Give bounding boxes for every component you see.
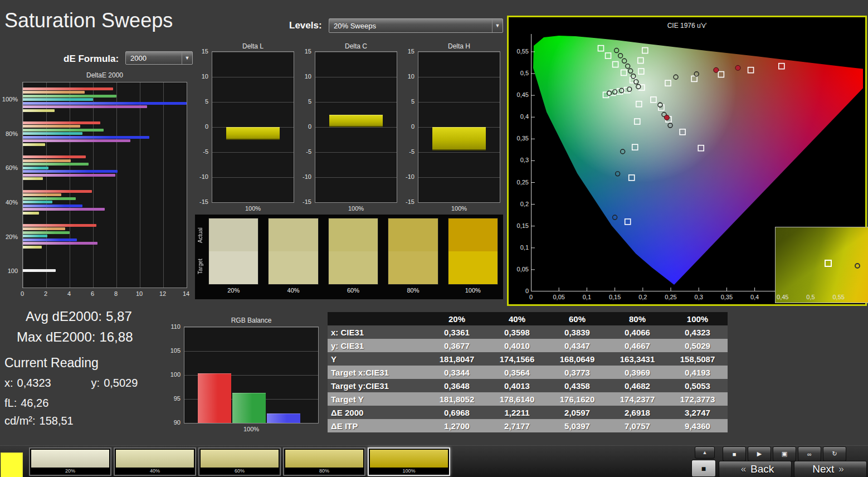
- deltae-bar: [23, 193, 61, 196]
- table-cell: 0,4358: [547, 379, 607, 392]
- table-cell: 9,4360: [667, 419, 728, 432]
- deltae-bar: [23, 201, 52, 203]
- pattern-swatch-button[interactable]: 20%: [29, 447, 111, 476]
- axis-tick-label: 4: [64, 290, 75, 297]
- delta-bar: [226, 127, 280, 140]
- panel-up-button[interactable]: ▲: [695, 446, 715, 459]
- de-formula-dropdown[interactable]: 2000 ▼: [125, 51, 193, 65]
- delta-l-chart: Delta L 151050-5-10-15 100%: [195, 42, 298, 215]
- axis-tick-label: 0: [520, 294, 542, 300]
- delta-l-title: Delta L: [212, 42, 294, 50]
- pattern-swatch-button[interactable]: 100%: [368, 447, 450, 476]
- table-cell: 0,4066: [607, 325, 667, 339]
- current-xy-readout: x:0,4323 y:0,5029: [4, 377, 138, 390]
- delta-c-x-label: 100%: [315, 205, 397, 212]
- x-label: x:: [4, 377, 13, 389]
- continuous-button[interactable]: ∞: [798, 446, 821, 461]
- cdm2-readout: cd/m²:158,51: [4, 415, 74, 427]
- axis-tick-label: 0,5: [511, 70, 529, 76]
- delta-bar: [432, 127, 486, 150]
- deltae-bar-group: [23, 185, 187, 219]
- axis-tick-label: 5: [400, 98, 415, 105]
- deltae-bar-group: [23, 151, 187, 185]
- axis-tick-label: 0,3: [687, 294, 710, 300]
- swatch-label: 80%: [388, 287, 438, 294]
- axis-tick-label: 40%: [2, 185, 20, 220]
- axis-tick-label: 0,25: [511, 179, 529, 186]
- cie-measured-point: [855, 263, 860, 269]
- pattern-swatch-button[interactable]: 80%: [283, 447, 365, 476]
- table-cell: 172,3773: [667, 392, 728, 406]
- axis-tick-label: 10: [400, 73, 415, 80]
- de-formula-value: 2000: [130, 54, 182, 62]
- table-cell: 0,5029: [667, 339, 728, 352]
- axis-tick-label: 8: [110, 290, 121, 297]
- pattern-window-button[interactable]: ▣: [773, 446, 796, 461]
- saturation-swatch: [268, 218, 318, 285]
- x-value: 0,4323: [17, 377, 51, 389]
- levels-label: Levels:: [289, 20, 322, 31]
- swatch-target-half: [388, 251, 437, 284]
- table-row-label: Target Y: [328, 392, 427, 406]
- avg-de2000-label: Avg dE2000:: [26, 309, 102, 324]
- swatch-actual-half: [209, 218, 258, 251]
- table-header-row: 20%40%60%80%100%: [328, 312, 728, 325]
- target-label: Target: [197, 250, 203, 283]
- deltae-y-axis: 100%80%60%40%20%100: [2, 82, 20, 288]
- axis-tick-label: 0: [400, 123, 415, 130]
- max-de2000-label: Max dE2000:: [17, 329, 95, 344]
- pattern-window-button[interactable]: ■: [691, 460, 716, 477]
- axis-tick-label: 0,2: [511, 201, 529, 207]
- cie-flagged-point: [714, 67, 719, 72]
- delta-c-title: Delta C: [315, 42, 397, 50]
- rgb-balance-x-label: 100%: [184, 426, 319, 432]
- table-cell: 7,0757: [607, 419, 667, 432]
- repeat-button[interactable]: ↻: [823, 446, 846, 461]
- deltae-bar: [23, 177, 43, 180]
- rgb-balance-plot-area: [184, 327, 319, 424]
- deltae-bar: [23, 129, 104, 132]
- table-cell: 163,3431: [607, 352, 667, 366]
- swatch-color: [201, 450, 279, 468]
- deltae-bar: [23, 170, 118, 173]
- table-cell: 181,8047: [427, 352, 487, 366]
- stop-button[interactable]: ■: [723, 446, 746, 461]
- table-row: x: CIE310,33610,35980,38390,40660,4323: [328, 325, 728, 339]
- deltae-bar: [23, 190, 92, 193]
- delta-c-plot-area: [315, 51, 397, 203]
- table-row-label: Target y:CIE31: [328, 379, 427, 392]
- axis-tick-label: 0: [297, 123, 311, 130]
- deltae-bar: [23, 155, 86, 158]
- axis-tick-label: 0,25: [660, 294, 682, 300]
- swatch-label: 40%: [268, 287, 318, 294]
- cie-flagged-point: [664, 115, 669, 120]
- table-cell: 1,2211: [487, 406, 547, 419]
- deltae-bar: [23, 197, 76, 200]
- swatch-label: 60%: [199, 468, 280, 475]
- table-col-header: 80%: [607, 312, 667, 325]
- deltae-bar: [23, 102, 187, 105]
- axis-tick-label: 0: [17, 290, 28, 297]
- table-cell: 168,0649: [547, 352, 607, 366]
- levels-dropdown[interactable]: 20% Sweeps ▼: [329, 18, 503, 33]
- axis-tick-label: 90: [164, 419, 181, 426]
- delta-c-y-axis: 151050-5-10-15: [298, 51, 313, 203]
- delta-h-chart: Delta H 151050-5-10-15 100%: [401, 42, 504, 215]
- swatch-target-half: [448, 251, 498, 284]
- table-cell: 0,4013: [487, 379, 547, 392]
- back-button[interactable]: « Back: [719, 461, 792, 477]
- square-icon: ■: [701, 464, 706, 473]
- axis-tick-label: -15: [400, 198, 415, 205]
- rgb-bar-red: [198, 373, 231, 423]
- table-cell: 0,3564: [487, 366, 547, 379]
- deltae-bar: [23, 159, 71, 162]
- chevron-left-icon: «: [741, 464, 746, 475]
- deltae-bar: [23, 132, 82, 135]
- pattern-swatch-button[interactable]: 40%: [114, 447, 196, 476]
- next-button[interactable]: Next »: [794, 461, 867, 477]
- pattern-swatch-button[interactable]: 60%: [198, 447, 281, 476]
- deltae-bar: [23, 87, 113, 90]
- max-de2000-value: 16,88: [99, 329, 133, 344]
- deltae-bar: [23, 167, 48, 169]
- play-button[interactable]: ▶: [748, 446, 771, 461]
